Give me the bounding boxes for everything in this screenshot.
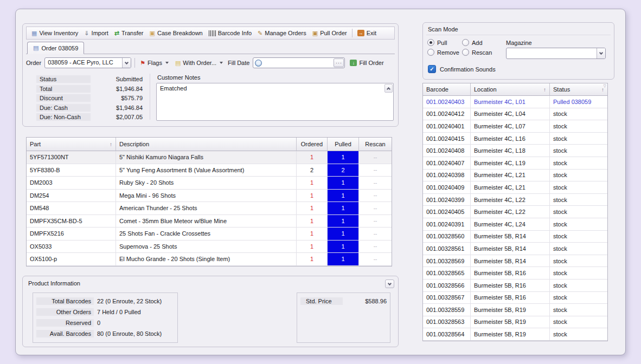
barcode-info-button[interactable]: Barcode Info xyxy=(206,29,254,37)
filter-icon[interactable]: ▽ xyxy=(604,84,606,88)
customer-notes-label: Customer Notes xyxy=(157,74,394,81)
product-stat-row: Reserved 0 xyxy=(36,318,174,328)
column-header-location[interactable]: Location ↑ xyxy=(471,83,550,96)
scan-mode-radio[interactable]: Remove xyxy=(427,49,462,56)
order-item-row[interactable]: OX5033 Supernova - 25 Shots 1 1 -- xyxy=(27,240,392,253)
fill-order-button[interactable]: ↓ Fill Order xyxy=(348,58,385,67)
barcode-cell: 001.00240405 xyxy=(423,206,471,218)
view-inventory-button[interactable]: ▦ View Inventory xyxy=(29,29,81,37)
product-stat-value: 22 (0 Enroute, 22 Stock) xyxy=(97,298,174,304)
magazine-select[interactable] xyxy=(506,48,606,59)
barcode-row[interactable]: 001.00328566 Burmeister 5B, R16 stock xyxy=(423,280,607,292)
barcode-cell: 001.00328561 xyxy=(423,243,471,255)
exit-button[interactable]: → Exit xyxy=(355,29,379,37)
barcode-table-header: Barcode Location ↑ Status ↑ ▽ xyxy=(423,83,607,96)
order-items-body: 5YF571300NT 5" Nishiki Kamuro Niagara Fa… xyxy=(27,151,392,266)
status-row-value: $2,007.05 xyxy=(91,114,143,120)
order-item-row[interactable]: OX5100-p El Mucho Grande - 20 Shots (Sin… xyxy=(27,253,392,266)
import-button[interactable]: ⇓ Import xyxy=(81,29,111,37)
location-cell: Burmeister 4C, L16 xyxy=(471,133,550,145)
order-items-header: Part ↑ Description Ordered Pulled Rescan xyxy=(27,138,392,151)
with-order-button[interactable]: ▤ With Order... xyxy=(174,58,225,67)
order-select[interactable]: 038059 - ACE Pyro, LLC xyxy=(44,57,131,68)
column-header-ordered[interactable]: Ordered xyxy=(297,138,328,151)
barcode-cell: 001.00328559 xyxy=(423,304,471,316)
column-header-pulled[interactable]: Pulled xyxy=(328,138,359,151)
customer-notes-input[interactable]: Ematched xyxy=(156,83,394,121)
transfer-button[interactable]: ⇄ Transfer xyxy=(112,29,146,37)
barcode-row[interactable]: 001.00328561 Burmeister 5B, R14 stock xyxy=(423,243,607,255)
part-cell: DM548 xyxy=(27,202,116,215)
status-summary: Status Submitted Total $1,946.84 Discoun… xyxy=(36,75,143,122)
order-label: Order xyxy=(26,60,41,66)
barcode-row[interactable]: 001.00240398 Burmeister 4C, L21 stock xyxy=(423,170,607,182)
barcode-cell: 001.00328560 xyxy=(423,231,471,243)
status-cell: stock xyxy=(550,120,607,133)
column-header-description[interactable]: Description xyxy=(116,138,297,151)
case-breakdown-label: Case Breakdown xyxy=(157,30,203,36)
barcode-row[interactable]: 001.00328564 Burmeister 5B, R19 stock xyxy=(423,328,607,341)
barcode-row[interactable]: 001.00328560 Burmeister 5B, R14 stock xyxy=(423,231,607,243)
product-stat-label: Total Barcodes xyxy=(36,297,94,305)
barcode-row[interactable]: 001.00240405 Burmeister 4C, L22 stock xyxy=(423,206,607,218)
barcode-row[interactable]: 001.00240391 Burmeister 4C, L24 stock xyxy=(423,218,607,231)
column-header-status[interactable]: Status ↑ ▽ xyxy=(550,83,607,96)
barcode-row[interactable]: 001.00328563 Burmeister 5B, R19 stock xyxy=(423,316,607,329)
barcode-row[interactable]: 001.00240399 Burmeister 4C, L22 stock xyxy=(423,194,607,206)
order-item-row[interactable]: 5YF8380-B 5" Yung Feng Assortment B (Val… xyxy=(27,164,392,177)
radio-icon xyxy=(427,39,434,46)
chevron-down-icon[interactable] xyxy=(597,48,605,58)
pull-order-icon: ▣ xyxy=(312,30,318,36)
scan-mode-radio[interactable]: Rescan xyxy=(462,49,505,56)
barcode-row[interactable]: 001.00240412 Burmeister 4C, L04 stock xyxy=(423,108,607,121)
status-row: Status Submitted xyxy=(36,75,143,84)
product-stat-value: 7 Held / 0 Pulled xyxy=(97,309,174,315)
product-stats: Total Barcodes 22 (0 Enroute, 22 Stock) … xyxy=(33,292,178,343)
flags-button[interactable]: ⚑ Flags xyxy=(138,58,170,67)
barcode-row[interactable]: 001.00240403 Burmeister 4C, L01 Pulled 0… xyxy=(423,96,607,108)
location-cell: Burmeister 5B, R16 xyxy=(471,292,550,304)
status-row: Total $1,946.84 xyxy=(36,84,143,94)
column-header-rescan[interactable]: Rescan xyxy=(359,138,392,151)
barcode-row[interactable]: 001.00240408 Burmeister 4C, L18 stock xyxy=(423,145,607,157)
location-cell: Burmeister 5B, R19 xyxy=(471,316,550,329)
order-item-row[interactable]: DMPFX35CM-BD-5 Comet - 35mm Blue Meteor … xyxy=(27,215,392,228)
scroll-up-button[interactable] xyxy=(384,84,393,93)
case-breakdown-button[interactable]: ▣ Case Breakdown xyxy=(147,29,206,37)
order-item-row[interactable]: DMPFX5216 25 Shots Fan - Crackle Crosset… xyxy=(27,227,392,240)
scan-mode-radio[interactable]: Pull xyxy=(427,39,462,46)
tab-order[interactable]: ▤ Order 038059 xyxy=(27,42,84,54)
column-header-barcode[interactable]: Barcode xyxy=(423,83,471,96)
scan-mode-radio[interactable]: Add xyxy=(462,39,505,46)
barcode-row[interactable]: 001.00240407 Burmeister 4C, L19 stock xyxy=(423,157,607,170)
std-price-label: Std. Price xyxy=(300,297,343,305)
ordered-cell: 1 xyxy=(297,151,328,164)
confirmation-sounds-checkbox[interactable]: ✓ Confirmation Sounds xyxy=(428,65,496,73)
chevron-down-icon[interactable] xyxy=(122,58,131,68)
column-header-part[interactable]: Part ↑ xyxy=(27,138,116,151)
status-row: Discount $575.79 xyxy=(36,94,143,103)
order-item-row[interactable]: 5YF571300NT 5" Nishiki Kamuro Niagara Fa… xyxy=(27,151,392,164)
order-item-row[interactable]: DM254 Mega Mini - 96 Shots 1 1 -- xyxy=(27,190,392,203)
price-box: Std. Price $588.96 xyxy=(297,292,390,343)
sort-ascending-icon: ↑ xyxy=(543,87,546,93)
order-item-row[interactable]: DM2003 Ruby Sky - 20 Shots 1 1 -- xyxy=(27,177,392,190)
barcode-row[interactable]: 001.00328559 Burmeister 5B, R19 stock xyxy=(423,304,607,316)
order-item-row[interactable]: DM548 American Thunder - 25 Shots 1 1 -- xyxy=(27,202,392,215)
barcode-row[interactable]: 001.00240409 Burmeister 4C, L21 stock xyxy=(423,181,607,194)
barcode-row[interactable]: 001.00240415 Burmeister 4C, L16 stock xyxy=(423,133,607,145)
barcode-row[interactable]: 001.00328565 Burmeister 5B, R16 stock xyxy=(423,267,607,280)
manage-orders-button[interactable]: ✎ Manage Orders xyxy=(255,29,309,37)
product-stat-label: Other Orders xyxy=(36,308,94,316)
collapse-panel-button[interactable] xyxy=(385,280,394,288)
date-picker-button[interactable]: ··· xyxy=(334,58,344,67)
barcode-row[interactable]: 001.00328567 Burmeister 5B, R16 stock xyxy=(423,292,607,304)
pull-order-button[interactable]: ▣ Pull Order xyxy=(310,29,350,37)
fill-date-input[interactable]: ··· xyxy=(253,57,345,68)
barcode-table-body: 001.00240403 Burmeister 4C, L01 Pulled 0… xyxy=(423,96,607,341)
barcode-row[interactable]: 001.00328569 Burmeister 5B, R14 stock xyxy=(423,255,607,268)
barcode-cell: 001.00328564 xyxy=(423,328,471,341)
fill-order-icon: ↓ xyxy=(350,60,357,66)
location-cell: Burmeister 5B, R19 xyxy=(471,328,550,341)
barcode-row[interactable]: 001.00240401 Burmeister 4C, L07 stock xyxy=(423,120,607,133)
